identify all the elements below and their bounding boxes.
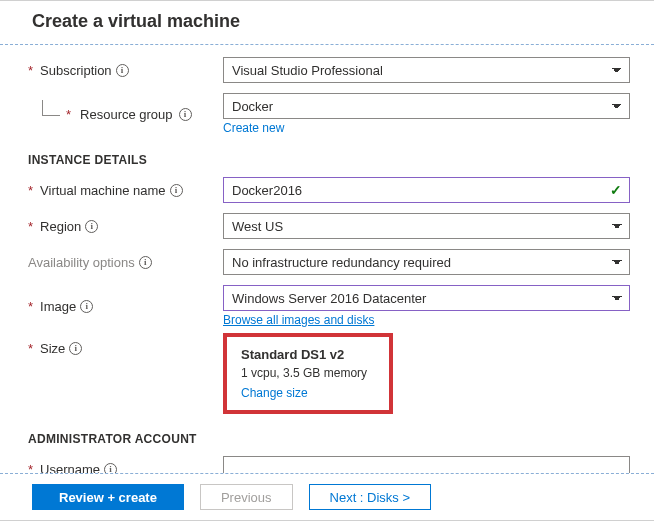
row-resource-group: * Resource group i Docker Create new [28, 93, 630, 135]
size-summary-box: Standard DS1 v2 1 vcpu, 3.5 GB memory Ch… [223, 333, 393, 414]
label-availability: Availability options i [28, 255, 223, 270]
size-name: Standard DS1 v2 [241, 347, 375, 362]
image-select[interactable]: Windows Server 2016 Datacenter [223, 285, 630, 311]
label-text: Region [40, 219, 81, 234]
label-text: Virtual machine name [40, 183, 166, 198]
create-new-link[interactable]: Create new [223, 121, 284, 135]
row-region: * Region i West US [28, 213, 630, 239]
size-spec: 1 vcpu, 3.5 GB memory [241, 366, 375, 380]
row-availability: Availability options i No infrastructure… [28, 249, 630, 275]
subscription-select[interactable]: Visual Studio Professional [223, 57, 630, 83]
label-subscription: * Subscription i [28, 63, 223, 78]
row-image: * Image i Windows Server 2016 Datacenter… [28, 285, 630, 327]
info-icon[interactable]: i [69, 342, 82, 355]
label-size: * Size i [28, 333, 223, 356]
required-mark: * [28, 299, 33, 314]
info-icon[interactable]: i [170, 184, 183, 197]
form-content: * Subscription i Visual Studio Professio… [0, 45, 654, 521]
label-region: * Region i [28, 219, 223, 234]
page-title: Create a virtual machine [0, 1, 654, 45]
vm-name-input[interactable] [223, 177, 630, 203]
label-text: Availability options [28, 255, 135, 270]
label-text: Image [40, 299, 76, 314]
resource-group-select[interactable]: Docker [223, 93, 630, 119]
required-mark: * [28, 183, 33, 198]
browse-images-link[interactable]: Browse all images and disks [223, 313, 374, 327]
info-icon[interactable]: i [179, 108, 192, 121]
next-disks-button[interactable]: Next : Disks > [309, 484, 432, 510]
required-mark: * [66, 107, 71, 122]
info-icon[interactable]: i [80, 300, 93, 313]
change-size-link[interactable]: Change size [241, 386, 308, 400]
info-icon[interactable]: i [116, 64, 129, 77]
label-resource-group: * Resource group i [28, 107, 223, 122]
required-mark: * [28, 341, 33, 356]
review-create-button[interactable]: Review + create [32, 484, 184, 510]
row-vm-name: * Virtual machine name i ✓ [28, 177, 630, 203]
section-admin-account: ADMINISTRATOR ACCOUNT [28, 432, 630, 446]
tree-line-icon [42, 100, 60, 116]
info-icon[interactable]: i [85, 220, 98, 233]
row-size: * Size i Standard DS1 v2 1 vcpu, 3.5 GB … [28, 333, 630, 414]
required-mark: * [28, 219, 33, 234]
label-image: * Image i [28, 299, 223, 314]
region-select[interactable]: West US [223, 213, 630, 239]
section-instance-details: INSTANCE DETAILS [28, 153, 630, 167]
label-text: Resource group [80, 107, 173, 122]
required-mark: * [28, 63, 33, 78]
label-text: Size [40, 341, 65, 356]
previous-button: Previous [200, 484, 293, 510]
footer-bar: Review + create Previous Next : Disks > [0, 473, 654, 520]
availability-select[interactable]: No infrastructure redundancy required [223, 249, 630, 275]
row-subscription: * Subscription i Visual Studio Professio… [28, 57, 630, 83]
label-text: Subscription [40, 63, 112, 78]
check-icon: ✓ [610, 182, 622, 198]
info-icon[interactable]: i [139, 256, 152, 269]
label-vm-name: * Virtual machine name i [28, 183, 223, 198]
